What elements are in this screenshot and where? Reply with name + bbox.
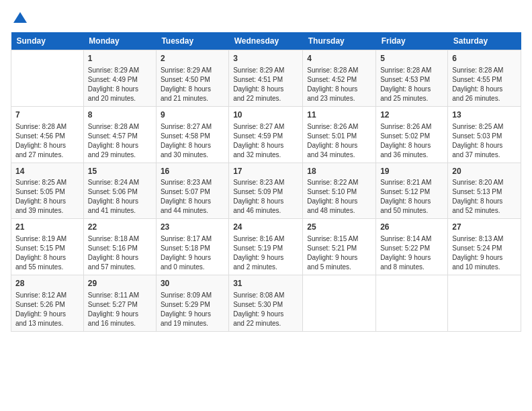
day-cell: 27Sunrise: 8:13 AM Sunset: 5:24 PM Dayli… (448, 219, 521, 275)
day-number: 14 (15, 166, 79, 177)
day-number: 6 (452, 53, 517, 64)
day-cell: 20Sunrise: 8:20 AM Sunset: 5:13 PM Dayli… (448, 163, 521, 219)
day-cell: 15Sunrise: 8:24 AM Sunset: 5:06 PM Dayli… (83, 163, 156, 219)
svg-marker-0 (13, 12, 27, 23)
day-number: 1 (88, 53, 152, 64)
week-row-2: 7Sunrise: 8:28 AM Sunset: 4:56 PM Daylig… (11, 106, 521, 163)
day-cell: 17Sunrise: 8:23 AM Sunset: 5:09 PM Dayli… (229, 163, 303, 219)
day-info: Sunrise: 8:14 AM Sunset: 5:22 PM Dayligh… (380, 234, 443, 272)
day-info: Sunrise: 8:25 AM Sunset: 5:03 PM Dayligh… (452, 122, 517, 160)
day-number: 23 (161, 222, 224, 233)
day-cell: 6Sunrise: 8:28 AM Sunset: 4:55 PM Daylig… (448, 50, 521, 107)
day-cell: 28Sunrise: 8:12 AM Sunset: 5:26 PM Dayli… (11, 275, 84, 332)
day-info: Sunrise: 8:24 AM Sunset: 5:06 PM Dayligh… (88, 178, 152, 216)
day-cell (303, 275, 376, 332)
day-info: Sunrise: 8:18 AM Sunset: 5:16 PM Dayligh… (88, 234, 152, 272)
day-cell: 13Sunrise: 8:25 AM Sunset: 5:03 PM Dayli… (448, 106, 521, 163)
header-cell-friday: Friday (376, 32, 448, 50)
day-number: 31 (233, 278, 298, 289)
day-info: Sunrise: 8:26 AM Sunset: 5:01 PM Dayligh… (307, 122, 371, 160)
day-info: Sunrise: 8:29 AM Sunset: 4:49 PM Dayligh… (88, 66, 152, 103)
day-info: Sunrise: 8:28 AM Sunset: 4:56 PM Dayligh… (15, 122, 79, 160)
day-info: Sunrise: 8:27 AM Sunset: 4:59 PM Dayligh… (233, 122, 298, 160)
week-row-4: 21Sunrise: 8:19 AM Sunset: 5:15 PM Dayli… (11, 219, 521, 275)
day-number: 26 (380, 222, 443, 233)
day-cell: 7Sunrise: 8:28 AM Sunset: 4:56 PM Daylig… (11, 106, 84, 163)
header-cell-tuesday: Tuesday (156, 32, 228, 50)
calendar-table: SundayMondayTuesdayWednesdayThursdayFrid… (11, 32, 521, 332)
day-info: Sunrise: 8:21 AM Sunset: 5:12 PM Dayligh… (380, 178, 443, 216)
day-cell: 14Sunrise: 8:25 AM Sunset: 5:05 PM Dayli… (11, 163, 84, 219)
day-info: Sunrise: 8:28 AM Sunset: 4:57 PM Dayligh… (88, 122, 152, 160)
day-number: 3 (233, 53, 298, 64)
day-cell (376, 275, 448, 332)
day-number: 19 (380, 166, 443, 177)
day-cell: 5Sunrise: 8:28 AM Sunset: 4:53 PM Daylig… (376, 50, 448, 107)
day-number: 17 (233, 166, 298, 177)
logo (11, 11, 28, 24)
week-row-5: 28Sunrise: 8:12 AM Sunset: 5:26 PM Dayli… (11, 275, 521, 332)
week-row-3: 14Sunrise: 8:25 AM Sunset: 5:05 PM Dayli… (11, 163, 521, 219)
day-number: 29 (88, 278, 152, 289)
day-info: Sunrise: 8:26 AM Sunset: 5:02 PM Dayligh… (380, 122, 443, 160)
day-info: Sunrise: 8:23 AM Sunset: 5:07 PM Dayligh… (161, 178, 224, 216)
day-number: 18 (307, 166, 371, 177)
logo-icon (12, 11, 28, 27)
header-cell-thursday: Thursday (303, 32, 376, 50)
day-cell: 31Sunrise: 8:08 AM Sunset: 5:30 PM Dayli… (229, 275, 303, 332)
day-number: 7 (15, 109, 79, 121)
day-number: 2 (161, 53, 224, 64)
day-info: Sunrise: 8:28 AM Sunset: 4:53 PM Dayligh… (380, 66, 443, 103)
day-info: Sunrise: 8:16 AM Sunset: 5:19 PM Dayligh… (233, 234, 298, 272)
header-cell-monday: Monday (83, 32, 156, 50)
day-cell: 9Sunrise: 8:27 AM Sunset: 4:58 PM Daylig… (156, 106, 228, 163)
day-number: 8 (88, 109, 152, 121)
day-cell: 3Sunrise: 8:29 AM Sunset: 4:51 PM Daylig… (229, 50, 303, 107)
day-cell: 30Sunrise: 8:09 AM Sunset: 5:29 PM Dayli… (156, 275, 228, 332)
day-number: 15 (88, 166, 152, 177)
day-cell: 25Sunrise: 8:15 AM Sunset: 5:21 PM Dayli… (303, 219, 376, 275)
page-header (11, 11, 521, 24)
day-number: 9 (161, 109, 224, 121)
day-info: Sunrise: 8:28 AM Sunset: 4:52 PM Dayligh… (307, 66, 371, 103)
day-number: 22 (88, 222, 152, 233)
day-info: Sunrise: 8:22 AM Sunset: 5:10 PM Dayligh… (307, 178, 371, 216)
day-info: Sunrise: 8:12 AM Sunset: 5:26 PM Dayligh… (15, 291, 79, 328)
day-cell: 16Sunrise: 8:23 AM Sunset: 5:07 PM Dayli… (156, 163, 228, 219)
day-number: 27 (452, 222, 517, 233)
day-info: Sunrise: 8:08 AM Sunset: 5:30 PM Dayligh… (233, 291, 298, 328)
day-info: Sunrise: 8:19 AM Sunset: 5:15 PM Dayligh… (15, 234, 79, 272)
day-number: 13 (452, 109, 517, 121)
day-cell: 22Sunrise: 8:18 AM Sunset: 5:16 PM Dayli… (83, 219, 156, 275)
header-cell-saturday: Saturday (448, 32, 521, 50)
header-row: SundayMondayTuesdayWednesdayThursdayFrid… (11, 32, 521, 50)
day-cell: 24Sunrise: 8:16 AM Sunset: 5:19 PM Dayli… (229, 219, 303, 275)
day-info: Sunrise: 8:25 AM Sunset: 5:05 PM Dayligh… (15, 178, 79, 216)
day-cell: 29Sunrise: 8:11 AM Sunset: 5:27 PM Dayli… (83, 275, 156, 332)
day-number: 24 (233, 222, 298, 233)
day-cell (11, 50, 84, 107)
day-number: 21 (15, 222, 79, 233)
day-number: 11 (307, 109, 371, 121)
day-number: 28 (15, 278, 79, 289)
day-cell: 23Sunrise: 8:17 AM Sunset: 5:18 PM Dayli… (156, 219, 228, 275)
day-number: 20 (452, 166, 517, 177)
day-info: Sunrise: 8:29 AM Sunset: 4:50 PM Dayligh… (161, 66, 224, 103)
day-number: 12 (380, 109, 443, 121)
day-info: Sunrise: 8:11 AM Sunset: 5:27 PM Dayligh… (88, 291, 152, 328)
day-cell: 19Sunrise: 8:21 AM Sunset: 5:12 PM Dayli… (376, 163, 448, 219)
day-info: Sunrise: 8:17 AM Sunset: 5:18 PM Dayligh… (161, 234, 224, 272)
day-cell: 12Sunrise: 8:26 AM Sunset: 5:02 PM Dayli… (376, 106, 448, 163)
day-cell: 18Sunrise: 8:22 AM Sunset: 5:10 PM Dayli… (303, 163, 376, 219)
day-cell (448, 275, 521, 332)
day-number: 10 (233, 109, 298, 121)
day-cell: 2Sunrise: 8:29 AM Sunset: 4:50 PM Daylig… (156, 50, 228, 107)
day-number: 5 (380, 53, 443, 64)
day-info: Sunrise: 8:27 AM Sunset: 4:58 PM Dayligh… (161, 122, 224, 160)
day-number: 25 (307, 222, 371, 233)
day-cell: 8Sunrise: 8:28 AM Sunset: 4:57 PM Daylig… (83, 106, 156, 163)
week-row-1: 1Sunrise: 8:29 AM Sunset: 4:49 PM Daylig… (11, 50, 521, 107)
day-info: Sunrise: 8:28 AM Sunset: 4:55 PM Dayligh… (452, 66, 517, 103)
header-cell-wednesday: Wednesday (229, 32, 303, 50)
day-cell: 4Sunrise: 8:28 AM Sunset: 4:52 PM Daylig… (303, 50, 376, 107)
